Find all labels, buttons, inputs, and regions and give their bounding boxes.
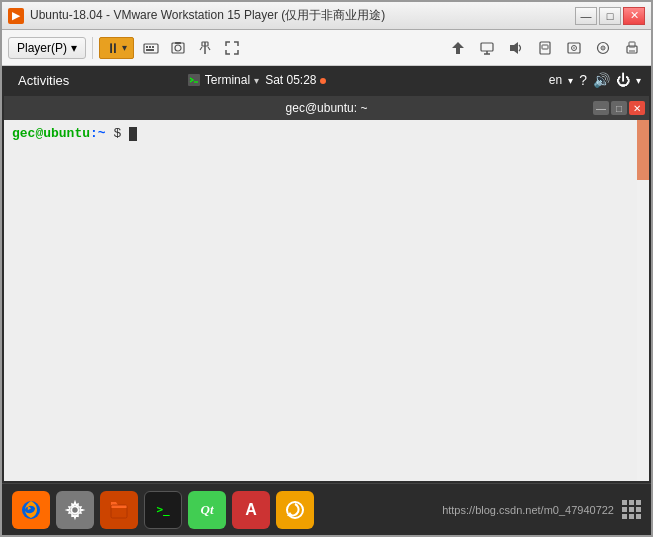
vmware-window: ▶ Ubuntu-18.04 - VMware Workstation 15 P… (0, 0, 653, 537)
power-dropdown: ▾ (636, 75, 641, 86)
svg-rect-3 (152, 46, 154, 48)
apps-grid-button[interactable] (622, 500, 641, 519)
usb2-icon (537, 40, 553, 56)
cursor-block (129, 127, 137, 141)
player-menu[interactable]: Player(P) ▾ (8, 37, 86, 59)
update-icon (284, 499, 306, 521)
pause-dropdown: ▾ (122, 42, 127, 53)
accessibility-icon: ? (579, 72, 587, 88)
texteditor-text-icon: A (245, 501, 257, 519)
send-ctrlaltdel-button[interactable] (138, 35, 164, 61)
settings-icon (64, 499, 86, 521)
pause-icon: ⏸ (106, 40, 120, 56)
prompt-path: ~ (98, 126, 106, 141)
svg-point-6 (175, 45, 181, 51)
right-btn-4[interactable] (532, 35, 558, 61)
right-btn-6[interactable] (590, 35, 616, 61)
titlebar-left: ▶ Ubuntu-18.04 - VMware Workstation 15 P… (8, 7, 385, 24)
snapshot-icon (169, 39, 187, 57)
svg-rect-13 (481, 43, 493, 51)
power-menu[interactable]: ⏻ (616, 72, 630, 88)
svg-rect-4 (146, 49, 154, 51)
language-indicator[interactable]: en (549, 73, 562, 87)
taskbar-update[interactable] (276, 491, 314, 529)
firefox-icon (19, 498, 43, 522)
taskbar-settings[interactable] (56, 491, 94, 529)
terminal-titlebar: gec@ubuntu: ~ — □ ✕ (4, 96, 649, 120)
terminal-maximize[interactable]: □ (611, 101, 627, 115)
ubuntu-vm: Activities Terminal ▾ Sat 05:28 (2, 66, 651, 535)
clock-time: Sat 05:28 (265, 73, 316, 87)
arrow-icon (450, 40, 466, 56)
player-menu-label: Player(P) (17, 41, 67, 55)
terminal-title: gec@ubuntu: ~ (286, 101, 368, 115)
terminal-panel-item[interactable]: Terminal ▾ (187, 73, 259, 87)
terminal-panel-icon (187, 73, 201, 87)
svg-rect-27 (629, 50, 635, 52)
right-btn-2[interactable] (474, 35, 500, 61)
qt-text-icon: Qt (201, 502, 214, 518)
panel-right: en ▾ ? 🔊 ⏻ ▾ (549, 72, 641, 88)
svg-rect-1 (146, 46, 148, 48)
minimize-button[interactable]: — (575, 7, 597, 25)
terminal-controls: — □ ✕ (593, 101, 645, 115)
terminal-prompt-line: gec@ubuntu : ~ $ (12, 126, 641, 141)
scrollbar-thumb[interactable] (637, 120, 649, 180)
terminal-content[interactable]: gec@ubuntu : ~ $ (4, 120, 649, 481)
right-toolbar (445, 35, 645, 61)
prompt-separator: : (90, 126, 98, 141)
cd-icon (595, 40, 611, 56)
files-icon (108, 499, 130, 521)
terminal-minimize[interactable]: — (593, 101, 609, 115)
vmware-titlebar: ▶ Ubuntu-18.04 - VMware Workstation 15 P… (2, 2, 651, 30)
maximize-button[interactable]: □ (599, 7, 621, 25)
svg-point-21 (573, 47, 575, 49)
fullscreen-button[interactable] (219, 35, 245, 61)
pause-button[interactable]: ⏸ ▾ (99, 37, 134, 59)
terminal-scrollbar[interactable] (637, 120, 649, 481)
network-icon (479, 40, 495, 56)
usb-button[interactable] (192, 35, 218, 61)
right-btn-5[interactable] (561, 35, 587, 61)
close-button[interactable]: ✕ (623, 7, 645, 25)
svg-marker-12 (452, 42, 464, 54)
prompt-user-host: gec@ubuntu (12, 126, 90, 141)
disk-icon (566, 40, 582, 56)
fullscreen-icon (223, 39, 241, 57)
snapshot-button[interactable] (165, 35, 191, 61)
taskbar-texteditor[interactable]: A (232, 491, 270, 529)
svg-rect-18 (542, 45, 548, 49)
panel-time: Sat 05:28 (265, 73, 326, 87)
toolbar-separator-1 (92, 37, 93, 59)
svg-rect-2 (149, 46, 151, 48)
svg-rect-7 (175, 42, 181, 44)
right-btn-7[interactable] (619, 35, 645, 61)
taskbar-right: https://blog.csdn.net/m0_47940722 (442, 500, 641, 519)
taskbar-firefox[interactable] (12, 491, 50, 529)
player-dropdown-arrow: ▾ (71, 41, 77, 55)
svg-marker-16 (510, 42, 518, 54)
activities-button[interactable]: Activities (12, 73, 75, 88)
svg-rect-0 (144, 44, 158, 53)
taskbar-files[interactable] (100, 491, 138, 529)
terminal-window: gec@ubuntu: ~ — □ ✕ gec@ubuntu : ~ $ (4, 96, 649, 481)
right-btn-3[interactable] (503, 35, 529, 61)
keyboard-icon (142, 39, 160, 57)
svg-line-11 (208, 47, 210, 50)
taskbar-url: https://blog.csdn.net/m0_47940722 (442, 504, 614, 516)
ubuntu-top-panel: Activities Terminal ▾ Sat 05:28 (2, 66, 651, 94)
volume-icon: 🔊 (593, 72, 610, 88)
vmware-title: Ubuntu-18.04 - VMware Workstation 15 Pla… (30, 7, 385, 24)
lang-dropdown: ▾ (568, 75, 573, 86)
taskbar-terminal[interactable]: >_ (144, 491, 182, 529)
panel-center: Terminal ▾ Sat 05:28 (187, 73, 326, 87)
vmware-toolbar: Player(P) ▾ ⏸ ▾ (2, 30, 651, 66)
terminal-text-icon: >_ (156, 503, 169, 516)
printer-icon (624, 40, 640, 56)
terminal-dropdown-icon: ▾ (254, 75, 259, 86)
taskbar-qt[interactable]: Qt (188, 491, 226, 529)
right-btn-1[interactable] (445, 35, 471, 61)
vmware-icon: ▶ (8, 8, 24, 24)
terminal-close[interactable]: ✕ (629, 101, 645, 115)
ubuntu-taskbar: >_ Qt A https://blog.csdn.net/m0_ (2, 483, 651, 535)
